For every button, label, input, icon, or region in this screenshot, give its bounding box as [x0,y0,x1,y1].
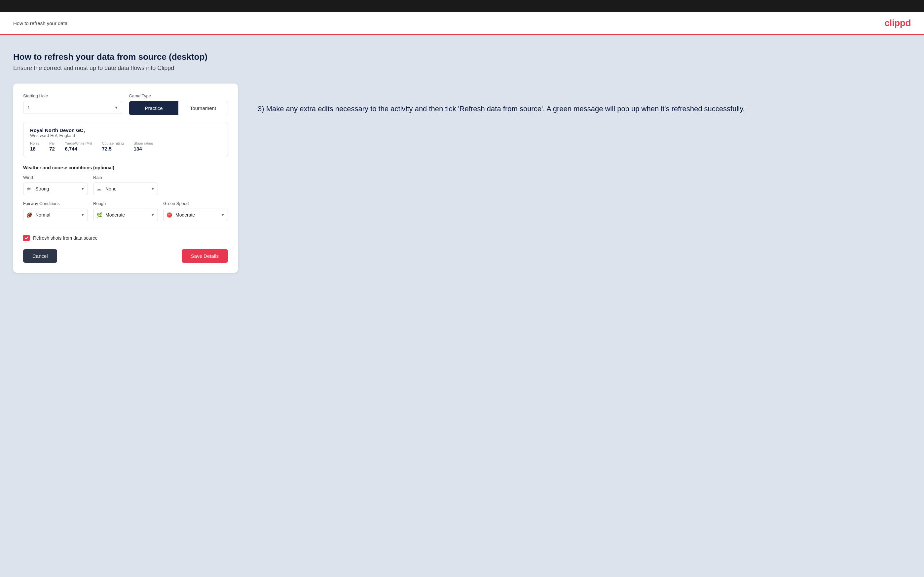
starting-hole-select[interactable]: 1 10 [23,101,122,114]
course-location: Westward Ho!, England [30,133,221,138]
header: How to refresh your data clippd [0,12,924,35]
green-speed-section: Green Speed ⛔ Moderate Slow Fast ▼ [163,201,228,221]
save-details-button[interactable]: Save Details [182,249,228,263]
yards-label: Yards/White (M)) [65,141,92,145]
starting-hole-game-type-row: Starting Hole 1 10 ▼ Game Type Practice … [23,93,228,115]
wind-select[interactable]: Strong Mild None [23,182,88,195]
starting-hole-label: Starting Hole [23,93,122,98]
top-bar [0,0,924,12]
green-speed-wrapper: ⛔ Moderate Slow Fast ▼ [163,209,228,221]
par-stat: Par 72 [49,141,55,152]
rain-select[interactable]: None Light Heavy [93,182,158,195]
wind-section: Wind 🌧 Strong Mild None ▼ [23,175,88,195]
slope-rating-stat: Slope rating 134 [134,141,153,152]
game-type-label: Game Type [129,93,228,98]
content-row: Starting Hole 1 10 ▼ Game Type Practice … [13,84,911,272]
page-subtitle: Ensure the correct and most up to date d… [13,65,911,72]
course-rating-stat: Course rating 72.5 [102,141,124,152]
course-rating-value: 72.5 [102,146,124,152]
header-title: How to refresh your data [13,21,68,26]
par-value: 72 [49,146,55,152]
conditions-heading: Weather and course conditions (optional) [23,165,228,170]
fairway-label: Fairway Conditions [23,201,88,206]
holes-value: 18 [30,146,39,152]
refresh-checkbox-label: Refresh shots from data source [33,235,97,241]
wind-rain-row: Wind 🌧 Strong Mild None ▼ Rain ☁ [23,175,228,195]
slope-rating-value: 134 [134,146,153,152]
starting-hole-wrapper: 1 10 ▼ [23,101,122,114]
fairway-wrapper: 🏈 Normal Soft Firm ▼ [23,209,88,221]
game-type-buttons: Practice Tournament [129,101,228,115]
logo: clippd [885,18,911,28]
wind-label: Wind [23,175,88,180]
yards-value: 6,744 [65,146,92,152]
tournament-button[interactable]: Tournament [178,102,228,115]
course-stats: Holes 18 Par 72 Yards/White (M)) 6,744 C… [30,141,221,152]
course-rating-label: Course rating [102,141,124,145]
green-speed-label: Green Speed [163,201,228,206]
wind-wrapper: 🌧 Strong Mild None ▼ [23,182,88,195]
course-info-box: Royal North Devon GC, Westward Ho!, Engl… [23,122,228,157]
rough-section: Rough 🌿 Moderate Light Heavy ▼ [93,201,158,221]
rough-label: Rough [93,201,158,206]
refresh-checkbox-row: Refresh shots from data source [23,235,228,241]
main-content: How to refresh your data from source (de… [0,35,924,577]
rain-label: Rain [93,175,158,180]
divider [23,228,228,228]
refresh-checkbox[interactable] [23,235,30,241]
rain-spacer [163,175,228,195]
green-speed-select[interactable]: Moderate Slow Fast [163,209,228,221]
fairway-rough-green-row: Fairway Conditions 🏈 Normal Soft Firm ▼ … [23,201,228,221]
practice-button[interactable]: Practice [129,102,178,115]
slope-rating-label: Slope rating [134,141,153,145]
fairway-section: Fairway Conditions 🏈 Normal Soft Firm ▼ [23,201,88,221]
button-row: Cancel Save Details [23,249,228,263]
yards-stat: Yards/White (M)) 6,744 [65,141,92,152]
form-card: Starting Hole 1 10 ▼ Game Type Practice … [13,84,238,272]
holes-label: Holes [30,141,39,145]
rough-wrapper: 🌿 Moderate Light Heavy ▼ [93,209,158,221]
page-title: How to refresh your data from source (de… [13,52,911,62]
holes-stat: Holes 18 [30,141,39,152]
side-explanation: 3) Make any extra edits necessary to the… [258,84,911,114]
starting-hole-section: Starting Hole 1 10 ▼ [23,93,122,115]
course-name: Royal North Devon GC, [30,127,221,133]
rough-select[interactable]: Moderate Light Heavy [93,209,158,221]
checkmark-icon [24,236,28,240]
cancel-button[interactable]: Cancel [23,249,57,263]
rain-section: Rain ☁ None Light Heavy ▼ [93,175,158,195]
game-type-section: Game Type Practice Tournament [129,93,228,115]
rain-wrapper: ☁ None Light Heavy ▼ [93,182,158,195]
par-label: Par [49,141,55,145]
fairway-select[interactable]: Normal Soft Firm [23,209,88,221]
